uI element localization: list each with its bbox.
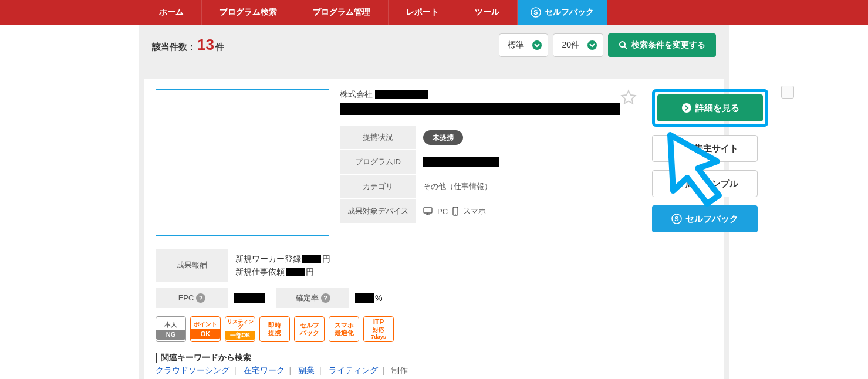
chevron-right-circle-icon	[671, 178, 682, 189]
sort-select[interactable]: 標準	[499, 33, 548, 57]
status-label: 提携状況	[340, 126, 416, 149]
nav-program-search[interactable]: プログラム検索	[202, 0, 295, 25]
category-label: カテゴリ	[340, 175, 416, 198]
tag-smartphone: スマホ最適化	[329, 316, 359, 342]
keyword-plain: 制作	[391, 366, 408, 375]
sub-bar: 該当件数：13件 標準 20件 検索条件を変更する	[139, 25, 729, 65]
program-id-label: プログラムID	[340, 150, 416, 174]
advertiser-site-button[interactable]: 広告主サイト	[652, 135, 758, 162]
nav-report[interactable]: レポート	[389, 0, 457, 25]
search-icon	[619, 40, 628, 50]
svg-point-13	[672, 179, 681, 188]
program-thumbnail	[156, 89, 329, 236]
keyword-link[interactable]: ライティング	[329, 366, 378, 375]
count-number: 13	[197, 36, 214, 53]
main-content: 株式会社 提携状況 未提携 プログラ	[139, 65, 729, 379]
selfback-button[interactable]: S セルフバック	[652, 205, 758, 232]
reward-label: 成果報酬	[156, 249, 228, 282]
detail-button-highlight: 詳細を見る	[652, 89, 768, 127]
svg-point-3	[587, 40, 597, 50]
chevron-down-icon	[587, 40, 597, 50]
help-icon[interactable]: ?	[321, 293, 330, 303]
program-title	[340, 103, 620, 117]
tag-self-ng: 本人NG	[156, 316, 186, 342]
svg-point-11	[682, 103, 691, 113]
monitor-icon	[423, 207, 433, 215]
status-badge: 未提携	[423, 130, 463, 145]
program-id-value	[423, 157, 499, 167]
chevron-right-circle-icon	[671, 143, 682, 154]
change-search-button[interactable]: 検索条件を変更する	[608, 33, 716, 57]
selfback-icon: S	[531, 7, 541, 18]
svg-point-12	[672, 144, 681, 153]
nav-home[interactable]: ホーム	[141, 0, 202, 25]
device-value: PC スマホ	[416, 206, 486, 216]
keyword-link[interactable]: 副業	[298, 366, 315, 375]
select-checkbox[interactable]	[781, 86, 794, 99]
confirm-rate-metric: 確定率? %	[276, 288, 388, 308]
tag-row: 本人NG ポイントOK リスティング一部OK 即時提携 セルフバック スマホ最適…	[156, 316, 769, 342]
favorite-star-icon[interactable]	[620, 89, 637, 106]
epc-value	[234, 293, 265, 303]
selfback-icon: S	[671, 214, 682, 224]
nav-program-manage[interactable]: プログラム管理	[295, 0, 389, 25]
ad-sample-button[interactable]: 広告サンプル	[652, 170, 758, 197]
top-nav: ホーム プログラム検索 プログラム管理 レポート ツール S セルフバック	[0, 0, 868, 25]
rate-value	[355, 293, 374, 303]
svg-text:S: S	[533, 9, 538, 16]
company-name: 株式会社	[340, 89, 620, 100]
tag-instant: 即時提携	[259, 316, 290, 342]
reward-row: 成果報酬 新規ワーカー登録円 新規仕事依頼円	[156, 249, 769, 282]
svg-text:S: S	[674, 215, 678, 222]
svg-line-5	[624, 46, 627, 49]
category-value: その他（仕事情報）	[416, 181, 492, 192]
tag-point-ok: ポイントOK	[190, 316, 221, 342]
program-card: 株式会社 提携状況 未提携 プログラ	[144, 79, 724, 379]
device-label: 成果対象デバイス	[340, 199, 416, 223]
keyword-link[interactable]: 在宅ワーク	[244, 366, 285, 375]
svg-point-10	[455, 214, 456, 215]
svg-point-2	[532, 40, 542, 50]
detail-button[interactable]: 詳細を見る	[657, 94, 763, 121]
keyword-link[interactable]: クラウドソーシング	[156, 366, 229, 375]
tag-listing-partial: リスティング一部OK	[225, 316, 255, 342]
nav-tool[interactable]: ツール	[457, 0, 518, 25]
tag-selfback: セルフバック	[294, 316, 325, 342]
result-count: 該当件数：13件	[152, 36, 224, 54]
help-icon[interactable]: ?	[196, 293, 205, 303]
tag-itp: ITP対応7days	[363, 316, 394, 342]
svg-point-4	[620, 42, 625, 47]
phone-icon	[452, 207, 458, 216]
reward-value: 新規ワーカー登録円 新規仕事依頼円	[228, 249, 337, 282]
chevron-right-circle-icon	[681, 103, 692, 113]
svg-rect-6	[424, 208, 432, 213]
per-page-select[interactable]: 20件	[553, 33, 603, 57]
related-keywords: 関連キーワードから検索 クラウドソーシング| 在宅ワーク| 副業| ライティング…	[156, 353, 769, 376]
nav-selfback[interactable]: S セルフバック	[518, 0, 607, 25]
epc-metric: EPC?	[156, 288, 271, 308]
keywords-title: 関連キーワードから検索	[156, 353, 769, 363]
chevron-down-icon	[532, 40, 542, 50]
